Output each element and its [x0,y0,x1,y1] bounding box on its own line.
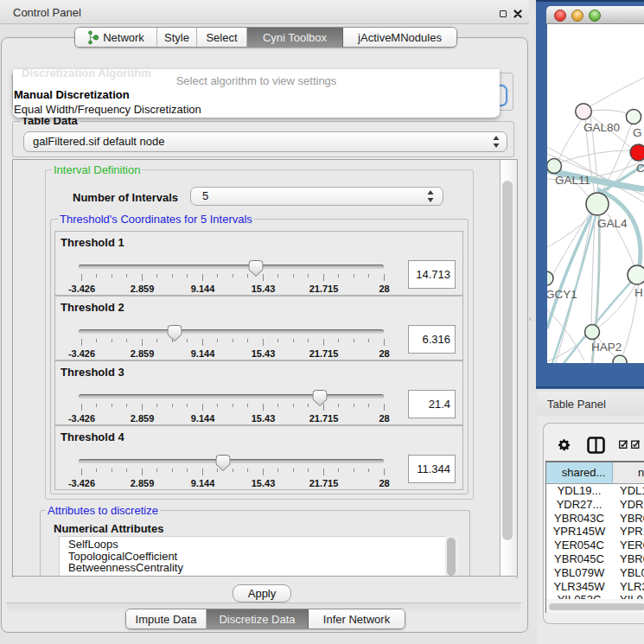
svg-text:C: C [636,162,644,175]
svg-text:HAP2: HAP2 [591,341,622,354]
svg-text:G: G [633,126,642,139]
svg-text:GAL4: GAL4 [597,217,628,230]
svg-text:GCY1: GCY1 [547,288,577,301]
svg-text:GAL80: GAL80 [583,121,620,134]
svg-text:GAL11: GAL11 [555,174,590,187]
svg-text:H: H [634,286,643,299]
